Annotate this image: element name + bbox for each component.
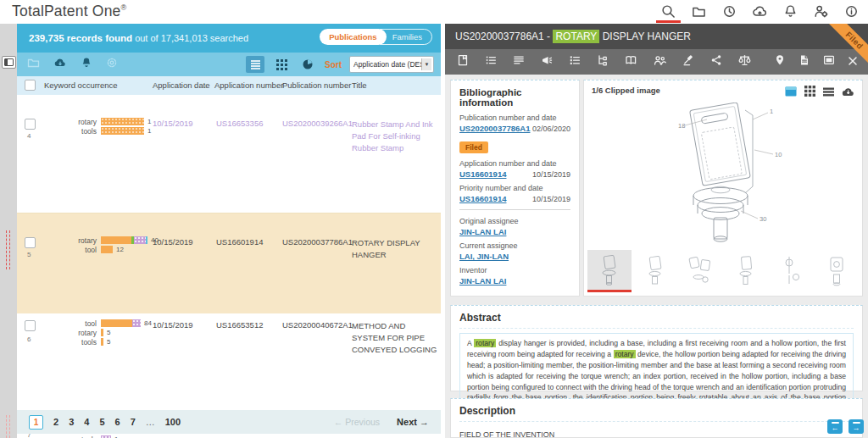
application-number-link[interactable]: US16653512 bbox=[216, 320, 263, 330]
text-section-icon[interactable] bbox=[513, 54, 525, 69]
cloud-download-icon[interactable] bbox=[53, 57, 67, 72]
inventor-link[interactable]: JIN-LAN LAI bbox=[459, 276, 506, 286]
row-checkbox[interactable] bbox=[25, 119, 36, 130]
cloud-upload-icon[interactable] bbox=[752, 3, 768, 19]
patent-title-link[interactable]: ROTARY DISPLAY HANGER bbox=[352, 237, 439, 261]
records-found: 239,735 records found bbox=[29, 33, 132, 43]
document-number: US20200037786A1 - bbox=[455, 30, 553, 42]
svg-text:18: 18 bbox=[678, 122, 685, 130]
page-button[interactable]: 3 bbox=[69, 417, 74, 427]
move-to-folder-icon[interactable] bbox=[27, 57, 40, 72]
keyword-term: tools bbox=[46, 435, 97, 438]
previous-hit-button[interactable]: ← bbox=[827, 419, 843, 434]
user-settings-icon[interactable] bbox=[813, 3, 829, 19]
publication-number-link[interactable]: US20200040672A1 bbox=[282, 320, 353, 330]
keyword-term: rotary bbox=[46, 236, 97, 245]
search-icon[interactable] bbox=[660, 3, 676, 19]
people-icon[interactable] bbox=[654, 54, 666, 69]
bell-icon[interactable] bbox=[782, 3, 798, 19]
table-row-selected[interactable]: 5 rotary40 tool12 10/15/2019 US16601914 … bbox=[17, 213, 441, 314]
results-toolbar-actions bbox=[27, 57, 118, 72]
page-button[interactable]: 5 bbox=[99, 417, 104, 427]
page-button-current[interactable]: 1 bbox=[29, 415, 43, 430]
original-assignee-link[interactable]: JIN-LAN LAI bbox=[459, 227, 506, 236]
patent-title-link[interactable]: Rubber Stamp And Ink Pad For Self-inking… bbox=[352, 119, 439, 153]
priority-label: Priority number and date bbox=[459, 184, 570, 192]
page-button[interactable]: 2 bbox=[53, 417, 58, 427]
families-button[interactable]: Families bbox=[380, 29, 432, 45]
filed-status-ribbon: Filed bbox=[826, 24, 868, 69]
family-tree-icon[interactable] bbox=[597, 54, 609, 69]
page-button[interactable]: 4 bbox=[84, 417, 89, 427]
thumbnail-4[interactable] bbox=[724, 250, 768, 292]
location-pin-icon[interactable] bbox=[774, 54, 786, 69]
share-nodes-icon[interactable] bbox=[710, 54, 722, 69]
keyword-term: tools bbox=[46, 338, 97, 347]
thumbnail-2[interactable] bbox=[633, 250, 677, 292]
table-row[interactable]: 6 tool84 rotary5 tools5 10/15/2019 US166… bbox=[17, 313, 441, 410]
page-button[interactable]: 100 bbox=[165, 417, 181, 427]
reg-mark: ® bbox=[121, 3, 127, 12]
thumbnail-1-selected[interactable] bbox=[587, 250, 632, 292]
document-toolbar bbox=[445, 49, 868, 75]
chevron-down-icon: ▼ bbox=[421, 58, 431, 70]
patent-figure-viewport[interactable]: 18 1 10 30 bbox=[584, 101, 862, 250]
publications-button[interactable]: Publications bbox=[320, 29, 386, 45]
info-icon[interactable] bbox=[843, 3, 860, 19]
records-count-text: 239,735 records found out of 17,341,013 … bbox=[29, 33, 248, 43]
citations-book-icon[interactable] bbox=[625, 54, 637, 69]
notes-icon[interactable] bbox=[457, 54, 469, 69]
scroll-hit-marker bbox=[6, 230, 10, 269]
expand-panel-icon[interactable] bbox=[2, 56, 16, 69]
download-images-icon[interactable] bbox=[842, 85, 855, 100]
numbered-list-icon[interactable] bbox=[569, 54, 581, 69]
previous-button[interactable]: ← Previous bbox=[334, 417, 380, 427]
legal-gavel-icon[interactable] bbox=[682, 54, 694, 69]
select-all-checkbox[interactable] bbox=[25, 80, 36, 91]
page-button[interactable]: 6 bbox=[115, 417, 120, 427]
application-number-link[interactable]: US16601914 bbox=[459, 169, 506, 179]
keyword-count: 1 bbox=[147, 127, 151, 135]
keyword-term: tools bbox=[46, 127, 97, 136]
publication-date: 02/06/2020 bbox=[532, 125, 570, 133]
thumbnail-3[interactable] bbox=[678, 250, 722, 292]
alert-bell-icon[interactable] bbox=[81, 57, 92, 72]
app-title: TotalPatent One® bbox=[12, 3, 126, 20]
next-hit-button[interactable]: → bbox=[849, 419, 864, 434]
keyword-term: rotary bbox=[46, 118, 97, 126]
next-button[interactable]: Next → bbox=[397, 417, 429, 427]
image-counter: 1/6 Clipped image bbox=[592, 86, 660, 95]
thumbnail-strip bbox=[587, 250, 859, 292]
claims-megaphone-icon[interactable] bbox=[541, 54, 553, 69]
row-checkbox[interactable] bbox=[25, 237, 36, 248]
keyword-occurrence-chart: tool84 rotary5 tools5 bbox=[46, 319, 152, 347]
folder-icon[interactable] bbox=[691, 3, 707, 19]
page-button[interactable]: 7 bbox=[131, 417, 136, 427]
history-icon[interactable] bbox=[721, 3, 737, 19]
sort-dropdown[interactable]: Application date (DESC)▼ bbox=[349, 56, 434, 73]
grid-thumbnails-icon[interactable] bbox=[804, 85, 815, 100]
publication-number-link[interactable]: US20200037786A1 bbox=[459, 124, 530, 133]
table-row[interactable]: 4 rotary1 tools1 10/15/2019 US16653356 U… bbox=[17, 95, 441, 213]
row-checkbox[interactable] bbox=[25, 320, 36, 331]
application-number-link[interactable]: US16601914 bbox=[216, 237, 263, 247]
bullet-list-icon[interactable] bbox=[485, 54, 497, 69]
pagination-bar: 1 2 3 4 5 6 7 … 100 ← Previous Next → bbox=[17, 410, 441, 434]
app-title-text: TotalPatent One bbox=[12, 3, 121, 19]
list-pages-icon[interactable] bbox=[823, 85, 834, 100]
thumbnail-6[interactable] bbox=[815, 250, 859, 292]
application-date: 10/15/2019 bbox=[153, 119, 193, 128]
grid-view-button[interactable] bbox=[272, 56, 291, 73]
current-assignee-link[interactable]: LAI, JIN-LAN bbox=[459, 252, 509, 261]
settings-gear-icon[interactable] bbox=[106, 57, 118, 72]
chart-view-button[interactable] bbox=[298, 56, 317, 73]
patent-title-link[interactable]: METHOD AND SYSTEM FOR PIPE CONVEYED LOGG… bbox=[352, 320, 439, 355]
application-number-link[interactable]: US16653356 bbox=[216, 119, 263, 128]
list-view-button[interactable] bbox=[246, 56, 264, 73]
priority-number-link[interactable]: US16601914 bbox=[459, 194, 506, 203]
legal-scales-icon[interactable] bbox=[738, 54, 751, 69]
thumbnail-5[interactable] bbox=[770, 250, 814, 292]
publication-number-link[interactable]: US20200037786A1 bbox=[282, 237, 353, 247]
clipped-view-icon[interactable] bbox=[785, 85, 797, 100]
publication-number-link[interactable]: US20200039266A1 bbox=[282, 119, 353, 128]
